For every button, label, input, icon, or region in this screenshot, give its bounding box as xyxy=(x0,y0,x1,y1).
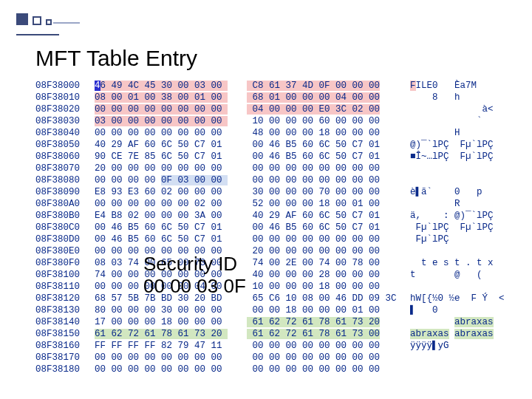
hex-bytes-left: E8 93 E3 60 02 00 00 00 xyxy=(95,186,247,198)
hex-offset: 08F38060 xyxy=(35,151,95,163)
callout-line1: Security ID xyxy=(143,253,246,275)
hex-bytes-left: 00 00 00 00 00 00 00 00 xyxy=(95,352,247,364)
hex-bytes-left: 00 00 00 00 0F 03 00 00 xyxy=(95,174,247,186)
hex-bytes-left: 40 29 AF 60 6C 50 C7 01 xyxy=(95,139,247,151)
hex-bytes-right: 00 00 00 00 00 00 00 00 xyxy=(247,352,399,364)
hex-ascii: ä, : @)¯`lPÇ xyxy=(399,210,494,222)
hex-bytes-left: 00 46 B5 60 6C 50 C7 01 xyxy=(95,233,247,245)
hex-bytes-left: 90 CE 7E 85 6C 50 C7 01 xyxy=(95,151,247,163)
hex-bytes-left: 00 00 00 00 00 00 00 00 xyxy=(95,103,247,115)
hex-bytes-right: 00 46 B5 60 6C 50 C7 01 xyxy=(247,222,399,233)
hex-bytes-right: 40 00 00 00 28 00 00 00 xyxy=(247,269,399,281)
hex-bytes-right: 00 00 00 00 00 00 00 00 xyxy=(247,340,399,352)
hex-bytes-left: FF FF FF FF 82 79 47 11 xyxy=(95,340,247,352)
hex-row: 08F380D0 00 46 B5 60 6C 50 C7 01 00 00 0… xyxy=(35,233,505,245)
hex-ascii xyxy=(399,281,410,293)
hex-bytes-right: 00 46 B5 60 6C 50 C7 01 xyxy=(247,139,399,151)
hex-row: 08F38000 46 49 4C 45 30 00 03 00 C8 61 3… xyxy=(35,80,505,92)
hex-row: 08F380C0 00 46 B5 60 6C 50 C7 01 00 46 B… xyxy=(35,222,505,233)
hex-bytes-right: 00 00 00 00 00 00 00 00 xyxy=(247,364,399,375)
callout-line2: 00 00 03 0F xyxy=(143,275,246,297)
hex-row: 08F38020 00 00 00 00 00 00 00 00 04 00 0… xyxy=(35,103,505,115)
hex-bytes-left: 80 00 00 00 30 00 00 00 xyxy=(95,304,247,316)
hex-ascii: Fµ`lPÇ Fµ`lPÇ xyxy=(399,222,494,233)
hex-row: 08F38040 00 00 00 00 00 00 00 00 48 00 0… xyxy=(35,127,505,139)
hex-ascii xyxy=(399,352,410,364)
hex-bytes-right: 00 00 18 00 00 00 01 00 xyxy=(247,304,399,316)
hex-row: 08F380F0 08 03 74 00 65 00 73 00 74 00 2… xyxy=(35,257,505,269)
hex-ascii: hW[{½0 ½e F Ý < xyxy=(399,293,505,304)
hex-offset: 08F38020 xyxy=(35,103,95,115)
hex-ascii: t @ ( xyxy=(399,269,482,281)
hex-ascii: FILE0 Èa7M xyxy=(399,80,477,92)
hex-row: 08F38140 17 00 00 00 18 00 00 00 61 62 7… xyxy=(35,316,505,328)
hex-offset: 08F38120 xyxy=(35,293,95,304)
hex-ascii xyxy=(399,174,410,186)
hex-offset: 08F380F0 xyxy=(35,257,95,269)
hex-bytes-right: 10 00 00 00 18 00 00 00 xyxy=(247,281,399,293)
page-title: MFT Table Entry xyxy=(35,46,197,71)
hex-bytes-right: 74 00 2E 00 74 00 78 00 xyxy=(247,257,399,269)
hex-offset: 08F38130 xyxy=(35,304,95,316)
hex-bytes-left: 00 00 00 00 00 00 00 00 xyxy=(95,127,247,139)
hex-ascii: à< xyxy=(399,103,494,115)
hex-row: 08F380E0 00 00 00 00 00 00 00 00 20 00 0… xyxy=(35,245,505,257)
hex-bytes-left: 46 49 4C 45 30 00 03 00 xyxy=(95,80,247,92)
hex-offset: 08F38140 xyxy=(35,316,95,328)
hex-row: 08F38060 90 CE 7E 85 6C 50 C7 01 00 46 B… xyxy=(35,151,505,163)
hex-row: 08F38070 20 00 00 00 00 00 00 00 00 00 0… xyxy=(35,163,505,174)
hex-ascii: @)¯`lPÇ Fµ`lPÇ xyxy=(399,139,494,151)
hex-bytes-right: 00 00 00 00 00 00 00 00 xyxy=(247,174,399,186)
hex-bytes-right: 61 62 72 61 78 61 73 00 xyxy=(247,328,399,340)
hex-bytes-right: 61 62 72 61 78 61 73 20 xyxy=(247,316,399,328)
hex-bytes-right: 68 01 00 00 00 04 00 00 xyxy=(247,92,399,103)
hex-ascii: Fµ`lPÇ xyxy=(399,233,449,245)
hex-dump: 08F38000 46 49 4C 45 30 00 03 00 C8 61 3… xyxy=(35,80,505,375)
hex-ascii: ▌ 0 xyxy=(399,304,438,316)
hex-bytes-left: 00 00 00 00 00 00 02 00 xyxy=(95,198,247,210)
hex-bytes-left: 61 62 72 61 78 61 73 20 xyxy=(95,328,247,340)
hex-row: 08F38130 80 00 00 00 30 00 00 00 00 00 1… xyxy=(35,304,505,316)
hex-bytes-left: 17 00 00 00 18 00 00 00 xyxy=(95,316,247,328)
hex-ascii: H xyxy=(399,127,460,139)
hex-bytes-right: 52 00 00 00 18 00 01 00 xyxy=(247,198,399,210)
hex-offset: 08F38170 xyxy=(35,352,95,364)
hex-offset: 08F380E0 xyxy=(35,245,95,257)
hex-ascii: R xyxy=(399,198,460,210)
hex-bytes-left: 20 00 00 00 00 00 00 00 xyxy=(95,163,247,174)
hex-ascii: abraxas abraxas xyxy=(399,328,494,340)
hex-row: 08F38160 FF FF FF FF 82 79 47 11 00 00 0… xyxy=(35,340,505,352)
hex-bytes-left: 00 00 00 00 00 00 00 00 xyxy=(95,364,247,375)
hex-row: 08F380B0 E4 B8 02 00 00 00 3A 00 40 29 A… xyxy=(35,210,505,222)
hex-bytes-left: 08 00 01 00 38 00 01 00 xyxy=(95,92,247,103)
slide-corner-decoration xyxy=(16,13,75,31)
hex-row: 08F380A0 00 00 00 00 00 00 02 00 52 00 0… xyxy=(35,198,505,210)
hex-ascii: è▌ã` 0 p xyxy=(399,186,482,198)
hex-row: 08F38100 74 00 00 00 00 00 00 00 40 00 0… xyxy=(35,269,505,281)
hex-bytes-right: 20 00 00 00 00 00 00 00 xyxy=(247,245,399,257)
hex-offset: 08F380C0 xyxy=(35,222,95,233)
hex-ascii: ■Î~…lPÇ Fµ`lPÇ xyxy=(399,151,494,163)
hex-offset: 08F380D0 xyxy=(35,233,95,245)
hex-offset: 08F38050 xyxy=(35,139,95,151)
hex-bytes-left: 00 46 B5 60 6C 50 C7 01 xyxy=(95,222,247,233)
hex-offset: 08F38010 xyxy=(35,92,95,103)
hex-ascii xyxy=(399,163,410,174)
hex-bytes-right: 10 00 00 00 60 00 00 00 xyxy=(247,115,399,127)
hex-bytes-right: 00 46 B5 60 6C 50 C7 01 xyxy=(247,151,399,163)
hex-bytes-right: 65 C6 10 08 00 46 DD 09 3C xyxy=(247,293,399,304)
hex-row: 08F38090 E8 93 E3 60 02 00 00 00 30 00 0… xyxy=(35,186,505,198)
hex-row: 08F38050 40 29 AF 60 6C 50 C7 01 00 46 B… xyxy=(35,139,505,151)
hex-offset: 08F38160 xyxy=(35,340,95,352)
hex-ascii: ` xyxy=(399,115,482,127)
hex-bytes-right: 00 00 00 00 00 00 00 00 xyxy=(247,163,399,174)
hex-ascii: t e s t . t x xyxy=(399,257,494,269)
hex-bytes-right: 30 00 00 00 70 00 00 00 xyxy=(247,186,399,198)
hex-ascii: abraxas xyxy=(399,316,494,328)
hex-offset: 08F38150 xyxy=(35,328,95,340)
hex-ascii xyxy=(399,245,410,257)
hex-offset: 08F38040 xyxy=(35,127,95,139)
hex-offset: 08F38110 xyxy=(35,281,95,293)
hex-bytes-right: C8 61 37 4D 0F 00 00 00 xyxy=(247,80,399,92)
hex-row: 08F38010 08 00 01 00 38 00 01 00 68 01 0… xyxy=(35,92,505,103)
